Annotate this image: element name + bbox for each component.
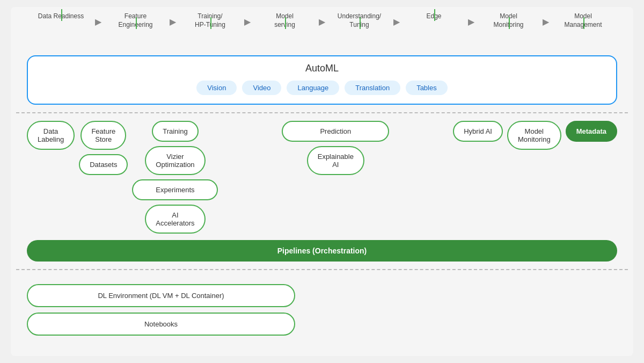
pill-hybrid-ai: Hybrid AI [453,121,503,142]
group-model-monitoring: ModelMonitoring [507,121,561,150]
arrow-3: ▶ [244,12,251,27]
arrow-4: ▶ [319,12,325,27]
step-model-serving: Modelserving [251,12,319,29]
pipelines-bar: Pipelines (Orchestration) [27,240,617,262]
arrow-1: ▶ [95,12,101,27]
arrow-7: ▶ [543,12,549,27]
chip-language: Language [287,81,339,95]
pill-datasets: Datasets [79,154,128,175]
step-feature-engineering: FeatureEngineering [101,12,170,29]
automl-title: AutoML [39,63,605,74]
pill-explainable-ai: ExplainableAI [307,146,364,175]
step-data-readiness: Data Readiness [27,12,95,21]
pill-experiments: Experiments [132,179,218,200]
group-training: Training VizierOptimization Experiments … [132,121,218,234]
pill-model-monitoring: ModelMonitoring [507,121,561,150]
dashed-sep-2 [16,269,628,270]
pill-ai-accelerators: AIAccelerators [145,205,205,234]
pill-metadata: Metadata [566,121,617,142]
step-understanding: Understanding/Tuning [325,12,393,29]
arrow-2: ▶ [170,12,176,27]
pill-training: Training [152,121,198,142]
step-training: Training/HP-Tuning [176,12,244,29]
group-prediction: Prediction ExplainableAI [222,121,449,175]
chip-translation: Translation [345,81,400,95]
pill-notebooks: Notebooks [27,313,295,336]
chip-vision: Vision [196,81,237,95]
group-data-labeling: DataLabeling [27,121,75,150]
arrow-5: ▶ [393,12,400,27]
automl-chips: Vision Video Language Translation Tables [39,81,605,95]
diagram: Data Readiness ▶ FeatureEngineering ▶ Tr… [11,7,633,356]
step-model-monitoring: ModelMonitoring [474,12,543,29]
group-metadata: Metadata [566,121,617,142]
services-area: DataLabeling FeatureStore Datasets Train… [11,121,633,234]
step-model-management: ModelManagement [549,12,617,29]
automl-section: AutoML Vision Video Language Translation… [27,55,617,105]
group-feature-store: FeatureStore Datasets [79,121,128,175]
group-hybrid-ai: Hybrid AI [453,121,503,142]
chip-video: Video [242,81,281,95]
pill-prediction: Prediction [282,121,389,142]
pipeline-header: Data Readiness ▶ FeatureEngineering ▶ Tr… [11,7,633,55]
bottom-section: DL Environment (DL VM + DL Container) No… [27,278,617,336]
pill-vizier: VizierOptimization [145,146,205,175]
dashed-sep-1 [16,112,628,113]
chip-tables: Tables [406,81,448,95]
step-edge: Edge [400,12,468,21]
pill-feature-store: FeatureStore [80,121,126,150]
pill-data-labeling: DataLabeling [27,121,75,150]
pill-dl-environment: DL Environment (DL VM + DL Container) [27,284,295,307]
arrow-6: ▶ [468,12,474,27]
